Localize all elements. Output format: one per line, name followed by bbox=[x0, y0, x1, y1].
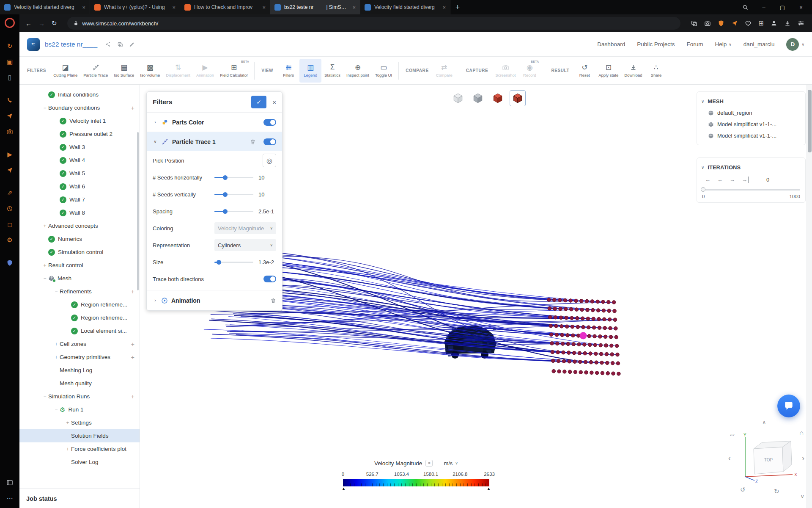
share-project-icon[interactable] bbox=[105, 41, 111, 47]
more-options-icon[interactable]: ⋯ bbox=[4, 493, 16, 504]
add-icon[interactable]: + bbox=[131, 105, 134, 111]
collapse-icon[interactable]: − bbox=[53, 407, 60, 413]
chat-support-button[interactable] bbox=[777, 395, 800, 417]
apply-filters-button[interactable]: ✓ bbox=[251, 96, 266, 108]
particle-trace-toggle[interactable] bbox=[263, 138, 276, 145]
download-button[interactable]: Download bbox=[621, 59, 645, 83]
browser-tab[interactable]: Velocity field started diverg× bbox=[0, 0, 90, 14]
forward-icon[interactable]: → bbox=[38, 20, 45, 27]
close-icon[interactable]: × bbox=[272, 99, 276, 106]
browser-tab[interactable]: bs22 teste nr____ | SimScale× bbox=[270, 0, 360, 14]
particle-trace-section[interactable]: ∨ Particle Trace 1 bbox=[147, 132, 282, 151]
url-bar[interactable]: www.simscale.com/workbench/ bbox=[67, 17, 681, 30]
collapse-icon[interactable]: − bbox=[41, 105, 48, 111]
security-shield-icon[interactable] bbox=[4, 257, 16, 268]
unit-select[interactable]: m/s∨ bbox=[444, 460, 458, 467]
tab-close-icon[interactable]: × bbox=[351, 4, 357, 11]
tree-item-advanced-concepts[interactable]: +Advanced concepts bbox=[19, 219, 140, 232]
mesh-item[interactable]: default_region bbox=[701, 107, 801, 119]
extensions-icon[interactable]: ⊞ bbox=[758, 19, 764, 27]
tree-item-wall-3[interactable]: ✓Wall 3 bbox=[19, 141, 140, 154]
expand-icon[interactable]: + bbox=[64, 420, 71, 426]
collapse-icon[interactable]: − bbox=[41, 276, 48, 282]
account-menu[interactable]: D ∨ bbox=[786, 38, 804, 51]
rotate-ccw-icon[interactable]: ↺ bbox=[740, 486, 746, 494]
sidebar-box-icon[interactable]: □ bbox=[4, 219, 16, 230]
messenger-send-icon[interactable] bbox=[4, 165, 16, 176]
field-calculator-button[interactable]: ⊞Field CalculatorBETA bbox=[217, 59, 251, 83]
insights-icon[interactable]: ⇗ bbox=[4, 188, 16, 199]
first-iteration-icon[interactable]: ← bbox=[704, 177, 710, 183]
particle-trace-button[interactable]: Particle Trace bbox=[80, 59, 111, 83]
filters-button[interactable]: Filters bbox=[277, 59, 299, 83]
colorbar-min-marker[interactable]: ▲ bbox=[342, 486, 346, 491]
media-player-icon[interactable]: ▶ bbox=[4, 149, 16, 160]
tree-item-solver-log[interactable]: Solver Log bbox=[19, 456, 140, 469]
search-icon[interactable] bbox=[736, 0, 754, 14]
play-animation-icon[interactable] bbox=[161, 297, 168, 304]
tree-item-wall-5[interactable]: ✓Wall 5 bbox=[19, 167, 140, 180]
tree-item-local-element-si[interactable]: ✓Local element si... bbox=[19, 324, 140, 337]
render-mode-transparent-button[interactable] bbox=[450, 90, 466, 106]
speed-dial-icon[interactable]: ↻ bbox=[4, 41, 16, 52]
tree-item-numerics[interactable]: ✓Numerics bbox=[19, 232, 140, 246]
size-slider[interactable] bbox=[214, 260, 253, 265]
iso-volume-button[interactable]: ▩Iso Volume bbox=[137, 59, 163, 83]
back-icon[interactable]: ← bbox=[25, 20, 32, 27]
orbit-right-icon[interactable]: › bbox=[802, 454, 804, 463]
tree-item-result-control[interactable]: +Result control bbox=[19, 259, 140, 272]
orbit-up-icon[interactable]: ∧ bbox=[762, 419, 766, 425]
tree-item-mesh[interactable]: −Mesh bbox=[19, 272, 140, 285]
tree-item-wall-7[interactable]: ✓Wall 7 bbox=[19, 193, 140, 206]
render-mode-surfaces-edges-button[interactable] bbox=[510, 90, 526, 106]
expand-icon[interactable]: + bbox=[41, 223, 48, 229]
delete-trash-icon[interactable] bbox=[250, 139, 256, 145]
iso-surface-button[interactable]: ▤Iso Surface bbox=[111, 59, 137, 83]
tree-item-force-coefficients-plot[interactable]: +Force coefficients plot bbox=[19, 442, 140, 456]
maximize-button[interactable]: ▢ bbox=[773, 0, 792, 14]
seeds-vertical-slider[interactable] bbox=[214, 192, 253, 197]
tree-item-refinements[interactable]: −Refinements+ bbox=[19, 285, 140, 298]
panels-icon[interactable] bbox=[4, 477, 16, 488]
snapshot-icon[interactable] bbox=[704, 20, 711, 27]
simscale-logo-icon[interactable]: ≈ bbox=[27, 38, 40, 51]
add-icon[interactable]: + bbox=[131, 341, 134, 348]
tab-close-icon[interactable]: × bbox=[171, 4, 176, 11]
tree-item-cell-zones[interactable]: +Cell zones+ bbox=[19, 337, 140, 351]
share-button[interactable]: ∴Share bbox=[645, 59, 667, 83]
toggle-ui-button[interactable]: ▭Toggle UI bbox=[372, 59, 395, 83]
seeds-horizontal-slider[interactable] bbox=[214, 175, 253, 180]
settings-gear-icon[interactable]: ⚙ bbox=[4, 235, 16, 246]
copy-project-icon[interactable] bbox=[117, 41, 123, 47]
view-cube[interactable]: TOP bbox=[748, 436, 798, 478]
copy-link-icon[interactable] bbox=[691, 20, 697, 27]
tree-item-initial-conditions[interactable]: ✓Initial conditions bbox=[19, 88, 140, 101]
tree-item-pressure-outlet-2[interactable]: ✓Pressure outlet 2 bbox=[19, 127, 140, 141]
nav-link-dashboard[interactable]: Dashboard bbox=[597, 41, 625, 47]
iteration-slider[interactable] bbox=[702, 187, 800, 193]
tree-item-wall-4[interactable]: ✓Wall 4 bbox=[19, 154, 140, 167]
tree-item-mesh-quality[interactable]: Mesh quality bbox=[19, 377, 140, 390]
scrollbar-thumb[interactable] bbox=[808, 90, 812, 152]
help-menu[interactable]: Help∨ bbox=[715, 41, 732, 47]
statistics-button[interactable]: ΣStatistics bbox=[321, 59, 343, 83]
tree-item-boundary-conditions[interactable]: −Boundary conditions+ bbox=[19, 101, 140, 114]
collapse-gizmo-icon[interactable]: ∨ bbox=[800, 493, 804, 500]
tab-close-icon[interactable]: × bbox=[442, 4, 447, 11]
twitch-icon[interactable]: ▯ bbox=[4, 72, 16, 83]
coloring-select[interactable]: Velocity Magnitude∨ bbox=[214, 222, 276, 234]
collapse-icon[interactable]: − bbox=[41, 394, 48, 400]
tree-item-simulation-control[interactable]: ✓Simulation control bbox=[19, 246, 140, 259]
trace-both-directions-toggle[interactable] bbox=[263, 276, 276, 282]
browser-tab[interactable]: Velocity field started diverg× bbox=[360, 0, 450, 14]
whatsapp-icon[interactable] bbox=[4, 95, 16, 106]
tab-close-icon[interactable]: × bbox=[261, 4, 266, 11]
render-mode-solid-button[interactable] bbox=[470, 90, 486, 106]
rotate-cw-icon[interactable]: ↻ bbox=[774, 488, 779, 495]
parts-color-section[interactable]: › Parts Color bbox=[147, 112, 282, 132]
cutting-plane-button[interactable]: ◪Cutting Plane bbox=[50, 59, 80, 83]
previous-iteration-icon[interactable]: ← bbox=[717, 177, 723, 183]
spacing-slider[interactable] bbox=[214, 209, 253, 214]
profile-icon[interactable] bbox=[771, 20, 777, 27]
collapse-icon[interactable]: − bbox=[53, 289, 60, 295]
